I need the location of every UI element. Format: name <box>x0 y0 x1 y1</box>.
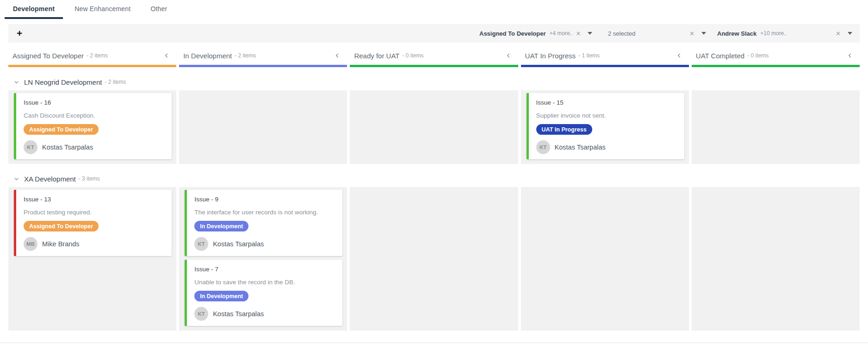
issue-card-9[interactable]: Issue - 9 The interface for user records… <box>185 190 342 256</box>
clear-filter-icon[interactable]: ✕ <box>576 30 581 37</box>
issue-description: Supplier invoice not sent. <box>536 112 678 119</box>
swimlane-row: Issue - 13 Product testing required. Ass… <box>8 187 860 331</box>
avatar-initials: MB <box>26 241 35 247</box>
avatar: KT <box>24 140 37 154</box>
status-badge: UAT In Progress <box>536 124 592 135</box>
assignee-row: KT Kostas Tsarpalas <box>194 237 336 251</box>
swimlane-count: - 3 items <box>79 175 100 182</box>
column-color-bar <box>350 65 518 67</box>
chevron-down-icon[interactable] <box>13 175 20 182</box>
assignee-name: Kostas Tsarpalas <box>213 240 264 248</box>
swimlane-title: XA Development <box>24 175 76 183</box>
assignee-name: Mike Brands <box>42 240 80 248</box>
board-cell <box>692 90 860 164</box>
board-cell <box>521 187 689 331</box>
add-card-button[interactable]: + <box>15 29 24 38</box>
avatar-initials: KT <box>198 311 205 317</box>
toolbar-filters: Assigned To Developer +4 more.. ✕ 2 sele… <box>479 30 852 37</box>
column-color-bar <box>521 65 689 67</box>
board-cell: Issue - 9 The interface for user records… <box>179 187 347 331</box>
issue-description: Product testing required. <box>24 209 165 216</box>
tab-development[interactable]: Development <box>5 0 63 19</box>
assignee-row: KT Kostas Tsarpalas <box>24 140 165 154</box>
issue-id: Issue - 16 <box>24 99 165 106</box>
swimlane-title: LN Neogrid Development <box>24 78 102 86</box>
issue-id: Issue - 13 <box>24 196 165 203</box>
swimlane-row: Issue - 16 Cash Discount Exception. Assi… <box>8 90 860 164</box>
column-count: - 0 items <box>747 52 769 59</box>
column-count: - 2 items <box>235 52 256 59</box>
bottom-divider <box>0 343 868 343</box>
assignee-row: KT Kostas Tsarpalas <box>194 307 336 321</box>
filter-status-dropdown[interactable]: Assigned To Developer +4 more.. ✕ <box>479 30 597 37</box>
avatar-initials: KT <box>198 241 205 247</box>
filter-selected-dropdown[interactable]: 2 selected ✕ <box>608 30 706 37</box>
column-count: - 1 items <box>578 52 600 59</box>
collapse-column-icon[interactable] <box>334 52 341 59</box>
column-count: - 0 items <box>402 52 423 59</box>
collapse-column-icon[interactable] <box>847 52 853 59</box>
kanban-board: Assigned To Developer - 2 items In Devel… <box>8 43 860 331</box>
assignee-name: Kostas Tsarpalas <box>555 144 606 151</box>
column-color-bar <box>692 65 860 67</box>
column-header-in-development: In Development - 2 items <box>179 43 347 67</box>
tab-new-enhancement[interactable]: New Enhancement <box>66 0 139 19</box>
active-tab-underline <box>5 17 63 19</box>
issue-description: Unable to save the record in the DB. <box>194 279 336 286</box>
collapse-column-icon[interactable] <box>676 52 682 59</box>
avatar: MB <box>24 237 37 251</box>
status-badge: Assigned To Developer <box>24 221 99 231</box>
dropdown-caret-icon[interactable] <box>848 32 852 35</box>
column-headers: Assigned To Developer - 2 items In Devel… <box>8 43 860 67</box>
swimlane-header-xa-development: XA Development - 3 items <box>8 173 860 184</box>
issue-card-13[interactable]: Issue - 13 Product testing required. Ass… <box>14 190 172 256</box>
clear-filter-icon[interactable]: ✕ <box>836 30 841 37</box>
avatar: KT <box>194 307 208 321</box>
tab-label: Other <box>150 5 167 12</box>
assignee-name: Kostas Tsarpalas <box>213 310 264 318</box>
collapse-column-icon[interactable] <box>505 52 512 59</box>
column-count: - 2 items <box>87 52 108 59</box>
board-cell <box>350 187 518 331</box>
swimlane-header-ln-neogrid: LN Neogrid Development - 2 items <box>8 76 860 88</box>
issue-id: Issue - 7 <box>194 266 336 273</box>
column-color-bar <box>8 65 176 67</box>
avatar: KT <box>194 237 208 251</box>
assignee-name: Kostas Tsarpalas <box>42 144 93 151</box>
issue-card-7[interactable]: Issue - 7 Unable to save the record in t… <box>185 260 342 326</box>
add-icon: + <box>17 28 22 38</box>
issue-card-16[interactable]: Issue - 16 Cash Discount Exception. Assi… <box>14 93 172 159</box>
column-header-uat-completed: UAT Completed - 0 items <box>692 43 860 67</box>
filter-assignee-dropdown[interactable]: Andrew Slack +10 more.. ✕ <box>717 30 852 37</box>
assignee-row: KT Kostas Tsarpalas <box>536 140 678 154</box>
column-name: UAT In Progress <box>525 52 576 60</box>
status-badge: In Development <box>194 221 248 231</box>
column-name: UAT Completed <box>696 52 744 60</box>
filter-label: Assigned To Developer <box>479 30 546 37</box>
issue-card-15[interactable]: Issue - 15 Supplier invoice not sent. UA… <box>527 93 684 159</box>
tab-label: New Enhancement <box>74 5 130 12</box>
column-name: Ready for UAT <box>354 52 399 60</box>
swimlane-count: - 2 items <box>105 79 126 85</box>
board-toolbar: + Assigned To Developer +4 more.. ✕ 2 se… <box>8 24 860 43</box>
chevron-down-icon[interactable] <box>13 79 20 86</box>
clear-filter-icon[interactable]: ✕ <box>689 30 694 37</box>
column-header-uat-in-progress: UAT In Progress - 1 items <box>521 43 689 67</box>
column-header-ready-for-uat: Ready for UAT - 0 items <box>350 43 518 67</box>
filter-more-label: +10 more.. <box>760 30 787 37</box>
collapse-column-icon[interactable] <box>163 52 170 59</box>
column-name: Assigned To Developer <box>12 52 84 60</box>
dropdown-caret-icon[interactable] <box>701 32 706 35</box>
board-cell <box>350 90 518 164</box>
filter-more-label: +4 more.. <box>550 30 573 37</box>
assignee-row: MB Mike Brands <box>24 237 165 251</box>
status-badge: In Development <box>194 291 248 301</box>
column-name: In Development <box>183 52 232 60</box>
tab-bar: Development New Enhancement Other <box>0 0 868 19</box>
column-color-bar <box>179 65 347 67</box>
status-badge: Assigned To Developer <box>24 124 99 135</box>
filter-label: Andrew Slack <box>717 30 756 37</box>
tab-other[interactable]: Other <box>142 0 175 19</box>
issue-id: Issue - 9 <box>194 196 336 203</box>
dropdown-caret-icon[interactable] <box>588 32 592 35</box>
